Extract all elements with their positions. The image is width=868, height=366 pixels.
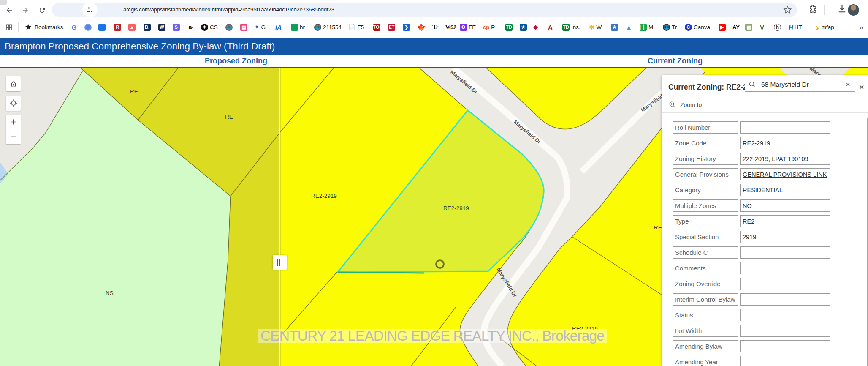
svg-text:NS: NS — [106, 290, 114, 296]
svg-text:RE: RE — [130, 88, 138, 95]
svg-text:RE2-2919: RE2-2919 — [443, 205, 469, 211]
svg-text:RE2-2919: RE2-2919 — [311, 193, 337, 199]
svg-text:RE: RE — [654, 224, 662, 231]
svg-text:RE: RE — [225, 114, 233, 120]
svg-text:CENTURY 21 LEADING EDGE REALTY: CENTURY 21 LEADING EDGE REALTY INC., Bro… — [260, 328, 605, 344]
